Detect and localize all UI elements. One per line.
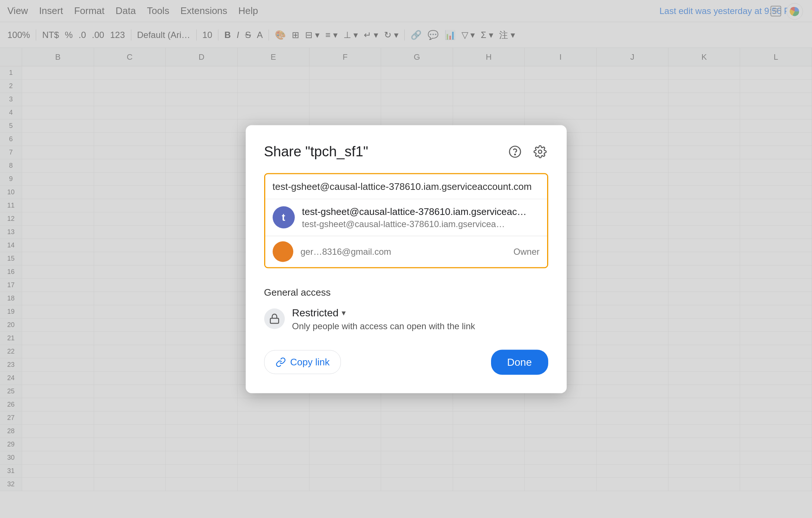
general-access-section: General access Restricted ▾ Only people … xyxy=(264,286,548,331)
dialog-header: Share "tpch_sf1" xyxy=(264,143,548,160)
access-description: Only people with access can open with th… xyxy=(292,321,548,331)
add-people-section: t test-gsheet@causal-lattice-378610.iam.… xyxy=(264,173,548,268)
email-input[interactable] xyxy=(273,181,540,192)
done-button[interactable]: Done xyxy=(491,350,548,375)
suggestion-avatar: t xyxy=(273,206,295,229)
suggestion-sub-text: test-gsheet@causal-lattice-378610.iam.gs… xyxy=(302,219,527,229)
settings-icon[interactable] xyxy=(532,143,548,160)
svg-point-6 xyxy=(514,154,515,154)
suggestion-main-text: test-gsheet@causal-lattice-378610.iam.gs… xyxy=(302,206,527,217)
lock-icon-circle xyxy=(264,308,285,329)
access-type-row[interactable]: Restricted ▾ xyxy=(292,307,548,319)
help-icon[interactable] xyxy=(507,143,523,160)
dialog-header-icons xyxy=(507,143,548,160)
suggestion-text: test-gsheet@causal-lattice-378610.iam.gs… xyxy=(302,206,527,229)
svg-point-7 xyxy=(538,150,542,153)
copy-link-button[interactable]: Copy link xyxy=(264,350,341,374)
email-input-wrapper[interactable] xyxy=(265,174,547,199)
access-info: Restricted ▾ Only people with access can… xyxy=(292,307,548,331)
svg-point-5 xyxy=(509,146,521,157)
autocomplete-suggestion[interactable]: t test-gsheet@causal-lattice-378610.iam.… xyxy=(265,199,547,236)
general-access-label: General access xyxy=(264,286,548,298)
dialog-footer: Copy link Done xyxy=(264,350,548,375)
access-row: Restricted ▾ Only people with access can… xyxy=(264,307,548,331)
owner-avatar xyxy=(273,241,293,262)
owner-label: Owner xyxy=(514,246,540,257)
share-dialog: Share "tpch_sf1" xyxy=(246,125,567,393)
owner-email: ger…8316@gmail.com xyxy=(301,246,506,257)
access-dropdown-arrow[interactable]: ▾ xyxy=(342,308,346,317)
dialog-title: Share "tpch_sf1" xyxy=(264,144,369,160)
access-type-label: Restricted xyxy=(292,307,339,319)
svg-rect-8 xyxy=(270,318,279,323)
copy-link-label: Copy link xyxy=(290,357,330,368)
owner-row: ger…8316@gmail.com Owner xyxy=(265,236,547,267)
